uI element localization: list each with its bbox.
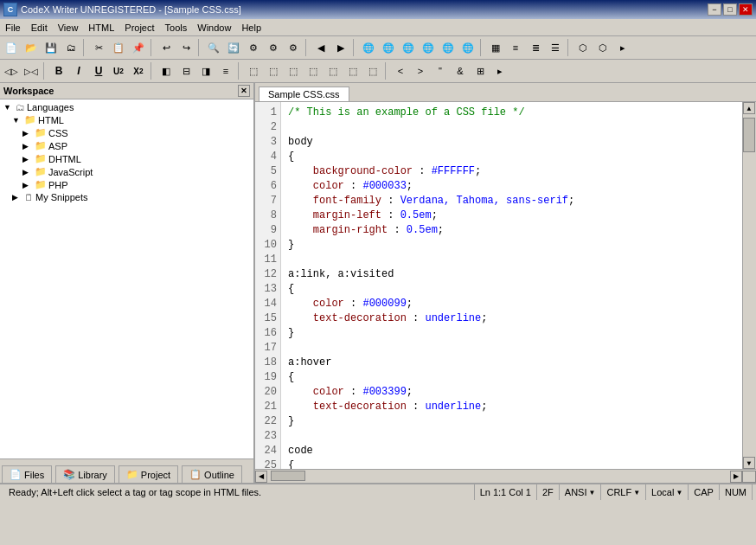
tree-item-snippets[interactable]: ▶ 🗒 My Snippets [2, 191, 252, 203]
replace-button[interactable]: 🔄 [224, 38, 243, 57]
misc-btn[interactable]: ⊞ [471, 61, 490, 80]
format-btn5[interactable]: ⬚ [324, 61, 343, 80]
nav-btn1[interactable]: ◀ [311, 38, 330, 57]
text-align2[interactable]: ⊟ [176, 61, 195, 80]
subscript-button[interactable]: X2 [129, 61, 148, 80]
save-all-button[interactable]: 🗂 [61, 38, 80, 57]
nav-btn2[interactable]: ▶ [331, 38, 350, 57]
tree-php-label: PHP [48, 180, 68, 190]
superscript-button[interactable]: U2 [109, 61, 128, 80]
browser4[interactable]: 🌐 [419, 38, 438, 57]
vertical-scrollbar[interactable]: ▲ ▼ [742, 102, 756, 469]
list-btn2[interactable]: ≣ [526, 38, 545, 57]
tree-item-html[interactable]: ▼ 📁 HTML [2, 113, 252, 126]
scroll-thumb[interactable] [743, 118, 755, 152]
horizontal-scrollbar[interactable]: ◀ ▶ [255, 469, 756, 483]
list-btn1[interactable]: ≡ [506, 38, 525, 57]
tab-library[interactable]: 📚 Library [55, 465, 115, 483]
format-btn3[interactable]: ⬚ [284, 61, 303, 80]
quote-btn2[interactable]: > [411, 61, 430, 80]
format-btn7[interactable]: ⬚ [363, 61, 382, 80]
menu-window[interactable]: Window [192, 19, 236, 35]
save-button[interactable]: 💾 [42, 38, 61, 57]
status-line-ending[interactable]: CRLF ▼ [601, 484, 646, 500]
quote-btn[interactable]: < [391, 61, 410, 80]
status-encoding[interactable]: ANSI ▼ [560, 484, 602, 500]
tree-item-php[interactable]: ▶ 📁 PHP [2, 178, 252, 191]
hscroll-thumb[interactable] [271, 471, 305, 481]
browser3[interactable]: 🌐 [399, 38, 418, 57]
amp-btn[interactable]: & [451, 61, 470, 80]
table-btn[interactable]: ▦ [486, 38, 505, 57]
format-btn2[interactable]: ⬚ [264, 61, 283, 80]
italic-button[interactable]: I [69, 61, 88, 80]
dquote-btn[interactable]: " [431, 61, 450, 80]
folder-asp-icon: 📁 [35, 140, 47, 151]
find-button[interactable]: 🔍 [204, 38, 223, 57]
menu-project[interactable]: Project [119, 19, 159, 35]
close-button[interactable]: ✕ [739, 3, 753, 16]
scroll-down-button[interactable]: ▼ [743, 457, 755, 469]
underline-button[interactable]: U [89, 61, 108, 80]
format-btn1[interactable]: ⬚ [244, 61, 263, 80]
status-bar: Ready; Alt+Left click select a tag or ta… [0, 483, 756, 500]
browser1[interactable]: 🌐 [359, 38, 378, 57]
scope-dropdown-icon: ▼ [676, 489, 682, 497]
tree-item-dhtml[interactable]: ▶ 📁 DHTML [2, 152, 252, 165]
tab-outline[interactable]: 📋 Outline [182, 465, 242, 483]
tree-root-languages[interactable]: ▼ 🗂 Languages [2, 101, 252, 113]
format-btn6[interactable]: ⬚ [343, 61, 362, 80]
menu-html[interactable]: HTML [83, 19, 119, 35]
tree-item-asp[interactable]: ▶ 📁 ASP [2, 139, 252, 152]
files-tab-icon: 📄 [10, 469, 22, 480]
expand-js-icon: ▶ [22, 168, 33, 176]
browser6[interactable]: 🌐 [458, 38, 477, 57]
menu-help[interactable]: Help [236, 19, 266, 35]
text-align1[interactable]: ◧ [157, 61, 176, 80]
text-align4[interactable]: ≡ [216, 61, 235, 80]
bottom-tabs: 📄 Files 📚 Library 📁 Project 📋 Outline [0, 458, 253, 483]
format-btn4[interactable]: ⬚ [304, 61, 323, 80]
workspace-close-button[interactable]: ✕ [238, 85, 250, 97]
menu-file[interactable]: File [0, 19, 26, 35]
menu-view[interactable]: View [53, 19, 84, 35]
menu-tools[interactable]: Tools [160, 19, 193, 35]
status-scope[interactable]: Local ▼ [646, 484, 689, 500]
list-btn3[interactable]: ☰ [546, 38, 565, 57]
menu-edit[interactable]: Edit [26, 19, 53, 35]
align-center[interactable]: ⬡ [593, 38, 612, 57]
text-align3[interactable]: ◨ [196, 61, 215, 80]
file-tab-sample-css[interactable]: Sample CSS.css [259, 87, 349, 101]
tools1[interactable]: ⚙ [244, 38, 263, 57]
browser5[interactable]: 🌐 [439, 38, 458, 57]
scroll-up-button[interactable]: ▲ [743, 102, 755, 114]
minimize-button[interactable]: − [708, 3, 721, 16]
tools2[interactable]: ⚙ [264, 38, 283, 57]
scroll-right-button[interactable]: ▶ [730, 471, 742, 483]
bold-button[interactable]: B [49, 61, 68, 80]
code-editor[interactable]: 1234567891011121314151617181920212223242… [255, 102, 756, 469]
undo-button[interactable]: ↩ [157, 38, 176, 57]
indent-btn1[interactable]: ◁▷ [2, 61, 21, 80]
scroll-left-button[interactable]: ◀ [255, 471, 267, 483]
paste-button[interactable]: 📌 [129, 38, 148, 57]
cut-button[interactable]: ✂ [89, 38, 108, 57]
tools3[interactable]: ⚙ [284, 38, 303, 57]
indent-btn2[interactable]: ▷◁ [22, 61, 41, 80]
code-content[interactable]: /* This is an example of a CSS file */ b… [281, 102, 742, 469]
tree-item-css[interactable]: ▶ 📁 CSS [2, 126, 252, 139]
outline-tab-label: Outline [204, 470, 234, 480]
redo-button[interactable]: ↪ [176, 38, 195, 57]
align-left[interactable]: ⬡ [573, 38, 593, 57]
new-button[interactable]: 📄 [2, 38, 21, 57]
more-btn[interactable]: ▸ [613, 38, 632, 57]
tab-files[interactable]: 📄 Files [2, 465, 52, 483]
tree-item-javascript[interactable]: ▶ 📁 JavaScript [2, 165, 252, 178]
browser2[interactable]: 🌐 [379, 38, 398, 57]
open-button[interactable]: 📂 [22, 38, 41, 57]
tab-project[interactable]: 📁 Project [119, 465, 178, 483]
more2-btn[interactable]: ▸ [490, 61, 509, 80]
maximize-button[interactable]: □ [723, 3, 737, 16]
files-tab-label: Files [24, 470, 44, 480]
copy-button[interactable]: 📋 [109, 38, 128, 57]
